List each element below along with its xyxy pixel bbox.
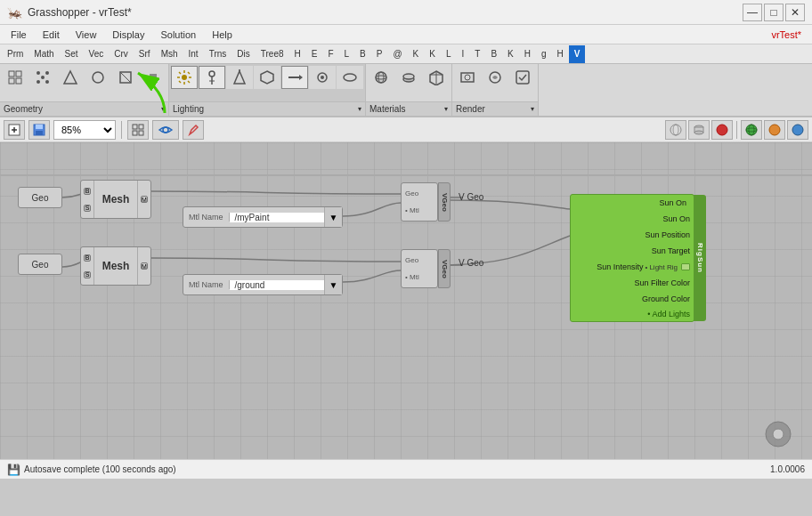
cat-b1[interactable]: B	[354, 45, 371, 63]
cat-h2[interactable]: H	[519, 45, 536, 63]
lighting-label[interactable]: Lighting ▾	[169, 101, 365, 116]
geo-icon-3[interactable]	[57, 66, 84, 89]
marker-button[interactable]	[183, 120, 204, 140]
geo-node-1[interactable]: Geo	[18, 187, 62, 208]
cat-math[interactable]: Math	[28, 45, 59, 63]
blue-sphere-icon[interactable]	[787, 120, 808, 140]
matname2-dropdown-icon[interactable]: ▼	[329, 280, 338, 290]
render-icon-2[interactable]	[482, 66, 508, 89]
cat-l2[interactable]: L	[441, 45, 457, 63]
svg-rect-52	[36, 131, 43, 135]
cat-msh[interactable]: Msh	[156, 45, 183, 63]
cat-tree8[interactable]: Tree8	[256, 45, 289, 63]
lighting-icon-target[interactable]	[199, 66, 225, 89]
titlebar-left: 🦗 Grasshopper - vrTest*	[7, 5, 132, 20]
menu-edit[interactable]: Edit	[36, 26, 67, 44]
menu-help[interactable]: Help	[205, 26, 240, 44]
materials-icon-disk[interactable]	[395, 66, 422, 89]
geo-icon-6[interactable]	[140, 66, 166, 89]
render-icon-1[interactable]	[454, 66, 481, 89]
lighting-icon-arrow[interactable]	[281, 66, 308, 89]
matname1-dropdown-icon[interactable]: ▼	[329, 213, 338, 222]
red-sphere-icon[interactable]	[711, 120, 733, 140]
orange-sphere-icon[interactable]	[764, 120, 785, 140]
cat-f[interactable]: F	[322, 45, 338, 63]
svg-point-58	[670, 125, 681, 135]
lighting-icon-sun[interactable]	[171, 66, 198, 89]
cat-crv[interactable]: Crv	[109, 45, 134, 63]
autosave-message: Autosave complete (100 seconds ago)	[24, 464, 176, 474]
cylinder-icon[interactable]	[688, 120, 710, 140]
cat-h3[interactable]: H	[552, 45, 569, 63]
save-button[interactable]	[28, 120, 50, 140]
cat-e[interactable]: E	[306, 45, 323, 63]
menu-file[interactable]: File	[4, 26, 34, 44]
menu-display[interactable]: Display	[105, 26, 151, 44]
geo-icon-5[interactable]	[112, 66, 139, 89]
lighting-icon-hex[interactable]	[254, 66, 280, 89]
render-icon-3[interactable]	[509, 66, 536, 89]
cat-set[interactable]: Set	[60, 45, 84, 63]
geometry-label[interactable]: Geometry ▾	[0, 101, 168, 116]
cat-l1[interactable]: L	[339, 45, 355, 63]
cat-h1[interactable]: H	[289, 45, 306, 63]
close-button[interactable]: ✕	[785, 4, 805, 21]
cat-k3[interactable]: K	[502, 45, 519, 63]
materials-icon-cube[interactable]	[423, 66, 450, 89]
zoom-select[interactable]: 85% 50% 75% 100% 125%	[53, 120, 116, 140]
matname-node-2[interactable]: Mtl Name /ground ▼	[183, 274, 343, 295]
vgeo-node-1[interactable]: Geo • Mtl	[401, 182, 438, 222]
cat-srf[interactable]: Srf	[134, 45, 156, 63]
maximize-button[interactable]: □	[764, 4, 784, 21]
svg-point-43	[465, 75, 470, 80]
matname-node-1[interactable]: Mtl Name /myPaint ▼	[183, 206, 343, 228]
geo-icon-4[interactable]	[85, 66, 111, 89]
cat-dis[interactable]: Dis	[231, 45, 255, 63]
cat-v[interactable]: V	[569, 45, 586, 63]
canvas-area[interactable]: Geo B S Mesh M Mtl Name /myPaint ▼ Geo •…	[0, 142, 812, 459]
menubar: File Edit View Display Solution Help vrT…	[0, 25, 812, 44]
materials-label[interactable]: Materials ▾	[366, 101, 451, 116]
cat-t[interactable]: T	[469, 45, 485, 63]
lighting-icon-circle-light[interactable]	[309, 66, 336, 89]
svg-rect-54	[139, 125, 143, 129]
cat-prm[interactable]: Prm	[2, 45, 28, 63]
cat-k2[interactable]: K	[424, 45, 441, 63]
geo-icon-2[interactable]	[29, 66, 56, 89]
geo-icon-1[interactable]	[2, 66, 28, 89]
grid-snap-button[interactable]	[127, 120, 149, 140]
materials-icon-sphere[interactable]	[368, 66, 394, 89]
cat-i[interactable]: I	[457, 45, 470, 63]
menu-view[interactable]: View	[69, 26, 104, 44]
cat-p[interactable]: P	[371, 45, 388, 63]
lighting-icon-cone[interactable]	[226, 66, 253, 89]
cat-g[interactable]: g	[536, 45, 552, 63]
mesh-node-2[interactable]: B S Mesh M	[80, 246, 151, 286]
rigsun-row-1: Sun On	[574, 198, 690, 207]
scroll-indicator[interactable]	[763, 419, 794, 450]
cat-at[interactable]: @	[387, 45, 407, 63]
mesh-node-1[interactable]: B S Mesh M	[80, 180, 151, 219]
canvas-toolbar: 85% 50% 75% 100% 125%	[0, 117, 812, 142]
cat-k1[interactable]: K	[408, 45, 425, 63]
svg-rect-55	[133, 131, 137, 135]
rigsun-node[interactable]: Sun On RigSun Sun On Sun Position Sun Ta…	[570, 194, 694, 322]
geo-node-2[interactable]: Geo	[18, 254, 62, 275]
minimize-button[interactable]: —	[743, 4, 762, 21]
svg-point-62	[694, 131, 703, 134]
svg-point-38	[403, 74, 414, 79]
view-button[interactable]	[152, 120, 179, 140]
new-button[interactable]	[4, 120, 25, 140]
menu-solution[interactable]: Solution	[153, 26, 203, 44]
cat-int[interactable]: Int	[183, 45, 204, 63]
rigsun-sun-target: Sun Target	[574, 246, 690, 255]
cat-trns[interactable]: Trns	[204, 45, 232, 63]
svg-marker-26	[234, 71, 245, 84]
cat-b2[interactable]: B	[485, 45, 502, 63]
sphere-icon[interactable]	[665, 120, 686, 140]
vgeo-node-2[interactable]: Geo • Mtl	[401, 249, 438, 288]
lighting-icon-ring[interactable]	[337, 66, 363, 89]
cat-vec[interactable]: Vec	[84, 45, 110, 63]
green-globe-icon[interactable]	[741, 120, 762, 140]
render-label[interactable]: Render ▾	[452, 101, 538, 116]
